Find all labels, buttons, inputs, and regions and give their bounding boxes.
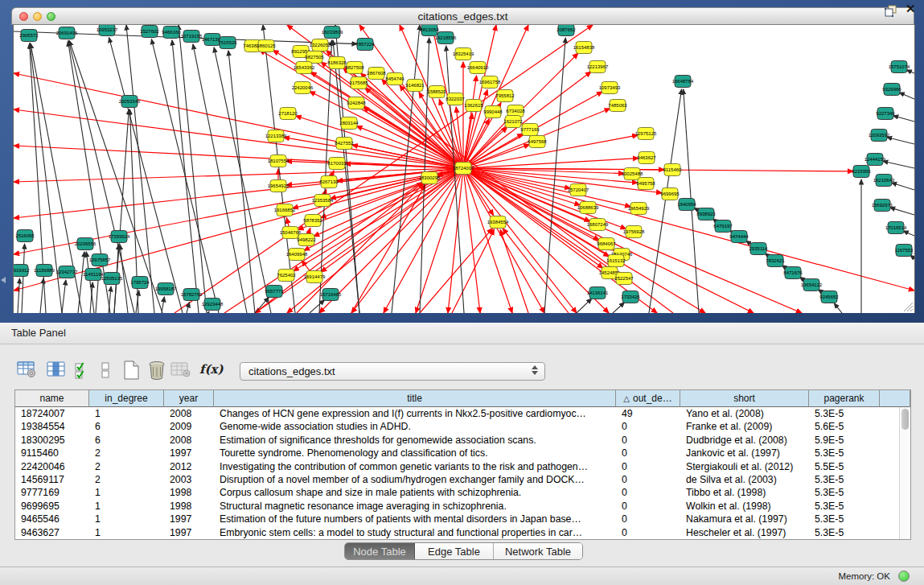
graph-node-2905572[interactable]: 2905572 — [19, 30, 39, 42]
cell-out_de[interactable]: 0 — [616, 513, 680, 525]
table-row[interactable]: 911546021997Tourette syndrome. Phenomeno… — [15, 447, 910, 459]
graph-node-8471676[interactable]: 8471676 — [783, 267, 803, 279]
graph-node-7485063[interactable]: 7485063 — [608, 100, 627, 112]
graph-node-10975857[interactable]: 10975857 — [89, 254, 111, 266]
table-selector-dropdown[interactable]: citations_edges.txt — [240, 362, 545, 381]
cell-short[interactable]: Wolkin et al. (1998) — [680, 500, 809, 513]
cell-pagerank[interactable]: 5.6E-5 — [809, 420, 880, 433]
graph-node-18724007[interactable]: 18724007 — [453, 163, 474, 175]
cell-short[interactable]: Hescheler et al. (1997) — [680, 526, 809, 539]
graph-node-16782759[interactable]: 16782759 — [181, 289, 203, 301]
cell-title[interactable]: Corpus callosum shape and size in male p… — [214, 486, 616, 499]
cell-out_de[interactable]: 49 — [616, 407, 680, 420]
graph-node-1733426[interactable]: 1733426 — [621, 291, 640, 303]
graph-node-9657771[interactable]: 9657771 — [265, 286, 284, 298]
graph-node-6479197[interactable]: 6479197 — [713, 220, 733, 233]
graph-node-20691406[interactable]: 20691406 — [56, 27, 78, 39]
graph-node-20053346[interactable]: 20053346 — [119, 96, 141, 108]
graph-node-2935114[interactable]: 2935114 — [749, 243, 769, 255]
graph-node-12923448[interactable]: 12923448 — [202, 299, 224, 311]
cell-in_degree[interactable]: 6 — [89, 434, 164, 447]
cell-name[interactable]: 14569117 — [15, 473, 89, 486]
collapse-panel-arrow-icon[interactable] — [1, 277, 6, 283]
graph-node-1640954[interactable]: 1640954 — [677, 199, 696, 211]
graph-node-7832621[interactable]: 7832621 — [766, 255, 785, 267]
cell-name[interactable]: 9115460 — [15, 447, 89, 459]
graph-node-1527602[interactable]: 1527602 — [140, 26, 159, 38]
stacked-boxes-icon[interactable] — [101, 360, 112, 380]
graph-node-19654929[interactable]: 19654929 — [628, 203, 650, 215]
graph-node-2087662[interactable]: 2087662 — [556, 25, 576, 36]
graph-node-8267130[interactable]: 8267130 — [319, 176, 339, 188]
graph-node-8322037[interactable]: 8322037 — [446, 93, 465, 105]
graph-node-2718120[interactable]: 2718120 — [278, 108, 298, 120]
cell-title[interactable]: Structural magnetic resonance image aver… — [214, 500, 616, 513]
graph-node-18300295[interactable]: 18300295 — [419, 172, 441, 184]
cell-title[interactable]: Changes of HCN gene expression and I(f) … — [214, 407, 616, 420]
cell-year[interactable]: 2012 — [164, 460, 214, 473]
graph-node-7515526[interactable]: 7515526 — [218, 37, 237, 49]
graph-node-11156889[interactable]: 11156889 — [34, 265, 55, 277]
graph-node-9463627[interactable]: 9463627 — [637, 152, 656, 164]
cell-name[interactable]: 19384554 — [15, 420, 89, 433]
cell-out_de[interactable]: 0 — [616, 486, 680, 499]
graph-node-8186328[interactable]: 8186328 — [327, 57, 347, 69]
graph-node-17016514[interactable]: 17016514 — [885, 222, 907, 234]
cell-name[interactable]: 9463627 — [15, 526, 89, 539]
cell-name[interactable]: 9699695 — [15, 500, 89, 513]
graph-node-12342737[interactable]: 12342737 — [56, 266, 78, 278]
cell-title[interactable]: Estimation of the future numbers of pati… — [214, 513, 616, 525]
graph-node-3919912[interactable]: 3919912 — [14, 265, 30, 277]
cell-short[interactable]: Franke et al. (2009) — [680, 420, 809, 433]
graph-node-9227349[interactable]: 9227349 — [876, 108, 895, 120]
cell-short[interactable]: Dudbridge et al. (2008) — [680, 434, 809, 447]
graph-node-9777169[interactable]: 9777169 — [520, 124, 540, 136]
tab-edge-table[interactable]: Edge Table — [415, 543, 494, 559]
graph-node-2867608[interactable]: 2867608 — [367, 68, 386, 80]
cell-year[interactable]: 2003 — [164, 473, 214, 486]
column-header-short[interactable]: short — [680, 390, 809, 407]
cell-year[interactable]: 1997 — [164, 513, 214, 525]
graph-node-1621072[interactable]: 1621072 — [503, 116, 523, 128]
graph-node-12093592[interactable]: 12093592 — [869, 130, 890, 142]
graph-node-9860125[interactable]: 9860125 — [257, 40, 276, 52]
cell-year[interactable]: 1998 — [164, 486, 214, 499]
cell-year[interactable]: 1997 — [164, 447, 214, 459]
graph-node-8170031[interactable]: 8170031 — [327, 158, 347, 170]
cell-pagerank[interactable]: 5.3E-5 — [809, 500, 880, 513]
cell-in_degree[interactable]: 6 — [89, 420, 164, 433]
table-row[interactable]: 977716911998Corpus callosum shape and si… — [15, 486, 910, 499]
function-builder-icon[interactable]: f(x) — [199, 362, 224, 377]
graph-node-9498222[interactable]: 9498222 — [297, 234, 316, 246]
graph-node-1795724[interactable]: 1795724 — [130, 277, 150, 289]
graph-node-16543362[interactable]: 16543362 — [294, 62, 315, 74]
graph-node-9827508[interactable]: 9827508 — [345, 62, 364, 74]
graph-node-18325419[interactable]: 18325419 — [453, 48, 474, 60]
graph-node-7955812[interactable]: 7955812 — [495, 90, 515, 102]
graph-node-19218596[interactable]: 19218596 — [435, 32, 457, 44]
graph-node-15751074[interactable]: 15751074 — [889, 61, 910, 73]
graph-node-22420046[interactable]: 22420046 — [292, 82, 314, 94]
table-row[interactable]: 2242004622012Investigating the contribut… — [15, 460, 910, 473]
cell-pagerank[interactable]: 5.5E-5 — [809, 460, 880, 473]
citation-network-graph[interactable]: 2905572206914061095323715276029466160107… — [14, 25, 914, 313]
graph-node-7625402[interactable]: 7625402 — [277, 270, 296, 282]
graph-node-8813054[interactable]: 8813054 — [420, 25, 439, 36]
graph-node-1362615[interactable]: 1362615 — [464, 100, 483, 112]
cell-pagerank[interactable]: 5.3E-5 — [809, 526, 880, 539]
cell-name[interactable]: 22420046 — [15, 460, 89, 473]
graph-node-2803144[interactable]: 2803144 — [339, 117, 359, 130]
cell-out_de[interactable]: 0 — [616, 526, 680, 539]
graph-node-16409948[interactable]: 16409948 — [286, 249, 308, 261]
graph-node-12213967[interactable]: 12213967 — [587, 61, 609, 73]
graph-node-9474444[interactable]: 9474444 — [729, 231, 749, 243]
column-header-title[interactable]: title — [214, 390, 616, 407]
graph-node-16961758[interactable]: 16961758 — [479, 76, 501, 89]
cell-short[interactable]: Stergiakouli et al. (2012) — [680, 460, 809, 473]
graph-node-9495758[interactable]: 9495758 — [636, 178, 655, 190]
table-row[interactable]: 1456911722003Disruption of a novel membe… — [15, 473, 910, 486]
window-resize-grip-icon[interactable] — [901, 299, 914, 312]
graph-node-9699695[interactable]: 9699695 — [660, 188, 680, 200]
cell-pagerank[interactable]: 5.3E-5 — [809, 447, 880, 459]
graph-node-8938923[interactable]: 8938923 — [696, 208, 716, 220]
